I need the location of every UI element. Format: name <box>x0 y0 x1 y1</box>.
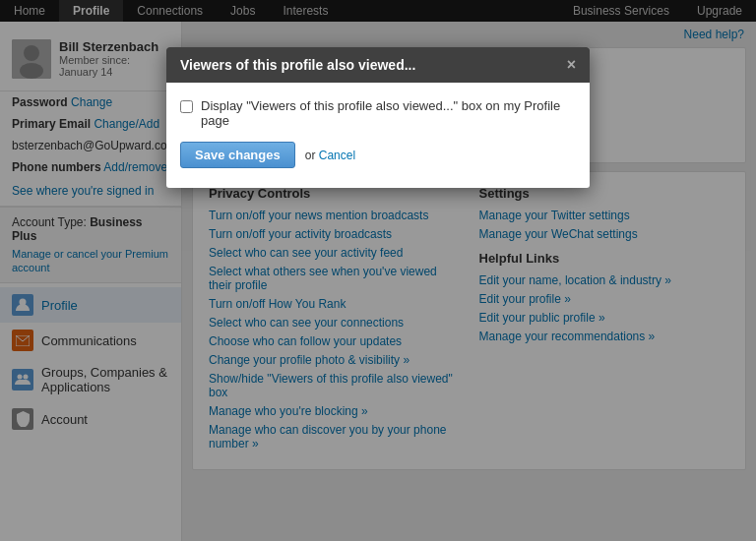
modal-close-button[interactable]: × <box>567 57 576 73</box>
modal-header: Viewers of this profile also viewed... × <box>166 47 590 83</box>
modal-body: Display "Viewers of this profile also vi… <box>166 83 590 188</box>
checkbox-label: Display "Viewers of this profile also vi… <box>201 98 576 128</box>
modal-title: Viewers of this profile also viewed... <box>180 57 415 73</box>
modal-checkbox-row: Display "Viewers of this profile also vi… <box>180 98 576 128</box>
modal-overlay: Viewers of this profile also viewed... ×… <box>0 0 756 541</box>
modal-actions: Save changes or Cancel <box>180 142 576 168</box>
or-text: or Cancel <box>305 149 355 162</box>
cancel-link[interactable]: Cancel <box>319 149 355 162</box>
save-changes-button[interactable]: Save changes <box>180 142 295 168</box>
viewers-checkbox[interactable] <box>180 100 193 113</box>
modal-dialog: Viewers of this profile also viewed... ×… <box>166 47 590 188</box>
